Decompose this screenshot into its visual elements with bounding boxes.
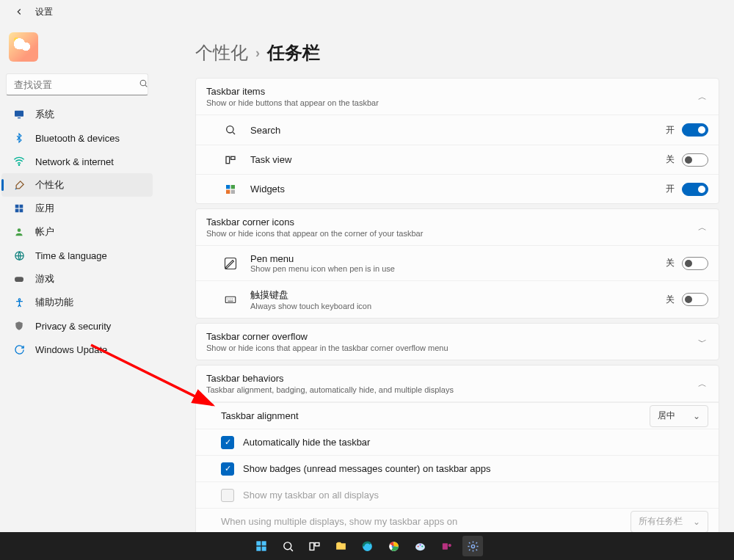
explorer-icon[interactable] (330, 536, 351, 556)
breadcrumb: 个性化 › 任务栏 (195, 41, 719, 65)
sidebar-item-bluetooth[interactable]: Bluetooth & devices (1, 126, 153, 150)
window-title: 设置 (35, 6, 53, 18)
sidebar-item-label: 游戏 (35, 272, 54, 286)
svg-rect-21 (256, 541, 261, 545)
sidebar-item-game[interactable]: 游戏 (1, 267, 153, 291)
search-icon[interactable] (277, 536, 298, 556)
sidebar-item-label: Time & language (35, 250, 107, 261)
chevron-up-icon: ︿ (698, 221, 707, 233)
start-icon[interactable] (251, 536, 272, 556)
section-taskbar-items: Taskbar items Show or hide buttons that … (195, 78, 719, 204)
section-header[interactable]: Taskbar corner icons Show or hide icons … (196, 209, 719, 246)
user-avatar[interactable] (9, 32, 38, 62)
svg-point-11 (18, 298, 21, 300)
touchkb-icon (221, 293, 240, 306)
svg-rect-10 (15, 277, 23, 282)
toggle-switch[interactable] (682, 183, 708, 196)
svg-point-3 (18, 164, 19, 165)
sidebar: 系统Bluetooth & devicesNetwork & internet个… (0, 23, 154, 532)
widgets-icon (221, 183, 240, 195)
row-autohide: ✓Automatically hide the taskbar (196, 429, 719, 455)
chevron-up-icon: ︿ (698, 377, 707, 390)
person-icon (12, 225, 26, 239)
taskview-icon[interactable] (304, 536, 324, 556)
back-button[interactable] (9, 1, 29, 22)
svg-point-8 (18, 228, 21, 232)
sidebar-item-label: 辅助功能 (35, 296, 73, 309)
paint-icon[interactable] (410, 536, 430, 556)
search-icon (221, 124, 240, 136)
svg-rect-13 (226, 156, 230, 163)
access-icon (12, 295, 26, 310)
brush-icon (12, 178, 26, 192)
svg-rect-19 (225, 258, 236, 269)
sidebar-item-access[interactable]: 辅助功能 (1, 291, 153, 314)
svg-rect-26 (310, 542, 314, 550)
settings-icon[interactable] (462, 536, 483, 556)
penmenu-icon (221, 257, 240, 270)
sidebar-item-globe[interactable]: Time & language (1, 244, 153, 267)
checkbox[interactable]: ✓ (221, 462, 234, 476)
svg-rect-4 (15, 205, 19, 208)
teams-icon[interactable] (436, 536, 457, 556)
svg-point-32 (417, 545, 418, 547)
sidebar-item-brush[interactable]: 个性化 (1, 173, 153, 197)
svg-rect-23 (256, 547, 261, 551)
row-touchkb: 触摸键盘Always show touch keyboard icon关 (196, 280, 719, 318)
svg-rect-35 (442, 543, 447, 550)
checkbox[interactable]: ✓ (221, 436, 234, 449)
section-corner-overflow[interactable]: Taskbar corner overflow Show or hide ico… (195, 323, 719, 360)
svg-rect-7 (20, 209, 23, 213)
svg-rect-1 (15, 111, 23, 117)
svg-rect-2 (18, 117, 21, 118)
svg-rect-27 (315, 542, 319, 545)
sidebar-item-update[interactable]: Windows Update (1, 338, 153, 361)
svg-rect-15 (226, 185, 230, 189)
breadcrumb-parent[interactable]: 个性化 (195, 41, 248, 65)
shield-icon (12, 319, 26, 333)
svg-rect-22 (262, 541, 266, 545)
row-search: Search开 (196, 115, 719, 145)
row-alldisks: Show my taskbar on all displays (196, 481, 719, 508)
row-penmenu: Pen menuShow pen menu icon when pen is i… (196, 246, 719, 280)
row-widgets: Widgets开 (196, 174, 719, 203)
chevron-down-icon: ⌄ (693, 411, 700, 421)
toggle-switch[interactable] (682, 257, 708, 270)
globe-icon (12, 248, 26, 263)
sidebar-item-label: Bluetooth & devices (35, 133, 120, 144)
sidebar-item-label: Privacy & security (35, 321, 111, 332)
svg-rect-5 (20, 205, 23, 208)
grid-icon (12, 201, 26, 216)
main-panel: 个性化 › 任务栏 Taskbar items Show or hide but… (154, 23, 734, 532)
section-header[interactable]: Taskbar behaviors Taskbar alignment, bad… (196, 366, 719, 402)
toggle-switch[interactable] (682, 123, 708, 137)
game-icon (12, 272, 26, 286)
taskview-icon (221, 154, 240, 166)
sidebar-item-label: 个性化 (35, 178, 64, 192)
svg-rect-24 (262, 547, 266, 551)
search-box[interactable] (6, 73, 148, 95)
sidebar-item-person[interactable]: 帐户 (1, 220, 153, 244)
sidebar-item-shield[interactable]: Privacy & security (1, 314, 153, 338)
chevron-right-icon: › (255, 46, 260, 61)
wifi-icon (12, 154, 26, 169)
search-input[interactable] (12, 79, 139, 91)
chevron-up-icon: ︿ (698, 90, 707, 103)
sidebar-item-label: 帐户 (35, 225, 54, 239)
titlebar: 设置 (0, 0, 734, 23)
svg-rect-6 (15, 209, 19, 213)
toggle-switch[interactable] (682, 293, 708, 306)
toggle-switch[interactable] (682, 153, 708, 167)
alignment-select[interactable]: 居中 ⌄ (650, 405, 708, 427)
svg-point-33 (419, 544, 421, 545)
section-header[interactable]: Taskbar items Show or hide buttons that … (196, 79, 719, 115)
sidebar-item-grid[interactable]: 应用 (1, 197, 153, 220)
svg-point-36 (448, 543, 451, 546)
svg-rect-20 (225, 297, 236, 302)
sidebar-item-wifi[interactable]: Network & internet (1, 150, 153, 173)
bluetooth-icon (12, 131, 26, 145)
sidebar-item-monitor[interactable]: 系统 (1, 103, 153, 126)
chrome-icon[interactable] (383, 536, 404, 556)
edge-icon[interactable] (357, 536, 377, 556)
svg-rect-16 (231, 185, 235, 189)
